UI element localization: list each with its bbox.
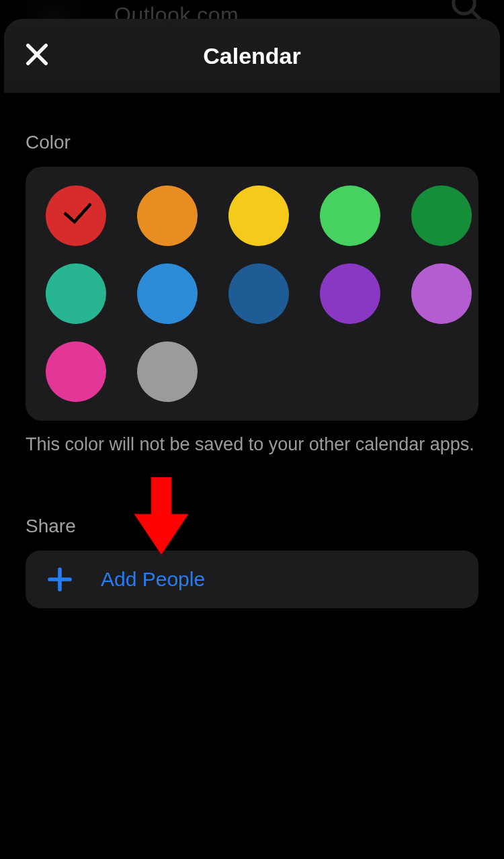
color-section-label: Color [26,132,478,153]
color-swatch-green-dark[interactable] [411,186,472,246]
add-people-button[interactable]: Add People [26,550,478,608]
color-swatch-red[interactable] [46,186,106,246]
color-swatch-blue-dark[interactable] [228,263,289,324]
color-swatch-yellow[interactable] [228,186,289,246]
color-swatch-purple[interactable] [320,263,380,324]
calendar-settings-sheet: Calendar Color This color will not be sa… [4,19,500,859]
color-swatch-orange[interactable] [137,186,198,246]
background-search-icon [449,0,487,15]
color-swatch-teal[interactable] [46,263,106,324]
color-swatch-green-light[interactable] [320,186,380,246]
color-helper-text: This color will not be saved to your oth… [26,434,478,455]
background-avatar-hint [27,0,81,20]
color-swatch-pink[interactable] [46,341,106,402]
plus-icon [46,565,74,594]
close-icon [24,41,50,71]
page-title: Calendar [4,43,500,69]
color-swatch-grey[interactable] [137,341,198,402]
color-swatch-blue[interactable] [137,263,198,324]
nav-bar: Calendar [4,19,500,93]
close-button[interactable] [22,40,52,71]
color-picker-card [26,167,478,421]
add-people-label: Add People [101,568,205,591]
color-swatch-purple-light[interactable] [411,263,472,324]
share-section-label: Share [26,516,478,537]
